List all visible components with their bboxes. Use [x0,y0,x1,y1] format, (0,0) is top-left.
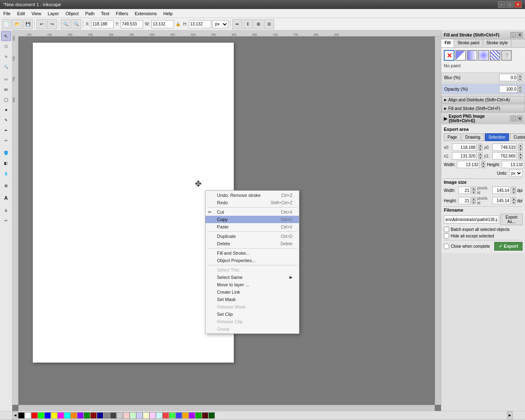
zoom-tool[interactable]: 🔍 [1,62,11,72]
pen-tool[interactable]: ✒ [1,126,11,135]
3d-box-tool[interactable]: 3D [1,84,11,94]
palette-color[interactable] [31,412,38,419]
unknown-button[interactable]: ? [501,50,512,61]
palette-color[interactable] [77,412,84,419]
img-height-down[interactable]: ▼ [472,201,476,204]
export-collapse[interactable]: _ [510,116,516,121]
y1-down[interactable]: ▼ [518,156,523,160]
circle-tool[interactable]: ◯ [1,95,11,105]
export-height-input[interactable] [502,161,524,168]
units-select[interactable]: px [212,20,228,28]
cm-undo[interactable]: Undo: Remove stroke Ctrl+Z [205,192,299,199]
img-dpi-width-down[interactable]: ▼ [512,190,516,194]
export-as-button[interactable]: Export As... [500,214,523,225]
export-button[interactable]: ✓ Export [494,242,523,251]
palette-color[interactable] [51,412,57,419]
palette-color[interactable] [103,412,110,419]
blur-up[interactable]: ▲ [518,74,522,78]
drawing-canvas[interactable] [33,43,234,363]
save-button[interactable]: 💾 [23,19,33,29]
img-width-down[interactable]: ▼ [472,190,476,194]
width-down[interactable]: ▼ [481,164,485,168]
distribute-button[interactable]: ⊟ [264,19,274,29]
gradient-tool[interactable]: ◧ [1,158,11,168]
redo-button[interactable]: ↪ [47,19,57,29]
fill-stroke-collapse[interactable]: _ [510,32,516,38]
y-input[interactable] [121,20,143,28]
palette-color[interactable] [84,412,90,419]
palette-color[interactable] [57,412,64,419]
palette-color[interactable] [116,412,123,419]
img-width-up[interactable]: ▲ [472,187,476,190]
close-when-checkbox[interactable] [444,244,449,249]
menu-item-edit[interactable]: Edit [14,9,28,18]
palette-color[interactable] [156,412,162,419]
blur-input[interactable] [499,74,518,81]
calligraphy-tool[interactable]: ✑ [1,136,11,146]
node-tool[interactable]: ⬡ [1,41,11,51]
bucket-tool[interactable]: 🪣 [1,148,11,158]
cm-create-link[interactable]: Create Link [205,288,299,296]
cm-delete[interactable]: Delete Delete [205,240,299,247]
transform-button[interactable]: ⊞ [253,19,263,29]
menu-item-help[interactable]: Help [160,9,176,18]
filename-input[interactable] [444,215,499,224]
tab-stroke-style[interactable]: Stroke style [483,39,511,47]
y0-down[interactable]: ▼ [518,147,523,151]
w-input[interactable] [151,20,174,28]
palette-color[interactable] [169,412,176,419]
palette-color[interactable] [130,412,136,419]
h-input[interactable] [189,20,211,28]
palette-right-scroll[interactable]: ▶ [507,411,513,420]
palette-color[interactable] [143,412,149,419]
flat-color-button[interactable] [455,50,466,61]
palette-color[interactable] [90,412,97,419]
batch-export-checkbox[interactable] [444,227,449,232]
x-input[interactable] [91,20,114,28]
eyedropper-tool[interactable]: 💧 [1,169,11,178]
export-close[interactable]: ✕ [517,116,523,121]
opacity-down[interactable]: ▼ [518,89,522,93]
y0-input[interactable] [492,144,517,151]
maximize-button[interactable]: □ [506,1,514,8]
img-width-input[interactable] [458,187,470,194]
pencil-tool[interactable]: ✎ [1,115,11,125]
opacity-input[interactable] [499,85,518,93]
connector-tool[interactable]: ⊞ [1,181,11,191]
palette-left-scroll[interactable]: ◀ [12,411,18,420]
cm-set-mask[interactable]: Set Mask [205,296,299,303]
y1-input[interactable] [492,152,517,160]
opacity-up[interactable]: ▲ [518,85,522,89]
menu-item-extensions[interactable]: Extensions [131,9,160,18]
undo-button[interactable]: ↩ [37,19,46,29]
y1-up[interactable]: ▲ [518,152,523,156]
menu-item-filters[interactable]: Filters [113,9,132,18]
cm-redo[interactable]: Redo Shift+Ctrl+Z [205,199,299,206]
palette-color[interactable] [110,412,116,419]
menu-item-object[interactable]: Object [62,9,82,18]
pattern-button[interactable] [490,50,500,61]
export-header[interactable]: ▶ Export PNG Image (Shift+Ctrl+E) _ ✕ [441,113,525,124]
cm-copy[interactable]: Copy Ctrl+C [205,216,299,223]
export-tab-drawing[interactable]: Drawing [461,133,484,141]
blur-down[interactable]: ▼ [518,78,522,81]
linear-gradient-button[interactable] [467,50,477,61]
cm-move-to-layer[interactable]: Move to layer ... [205,281,299,288]
export-tab-custom[interactable]: Custom [510,133,525,141]
palette-color[interactable] [195,412,202,419]
menu-item-view[interactable]: View [28,9,45,18]
x1-down[interactable]: ▼ [478,156,482,160]
img-dpi-height-down[interactable]: ▼ [512,201,516,204]
menu-item-file[interactable]: File [0,9,14,18]
palette-color[interactable] [189,412,195,419]
tab-stroke-paint[interactable]: Stroke paint [454,39,483,47]
menu-item-path[interactable]: Path [82,9,98,18]
img-dpi-width-input[interactable] [492,187,511,194]
width-up[interactable]: ▲ [481,161,485,164]
palette-color[interactable] [123,412,130,419]
close-button[interactable]: ✕ [514,1,522,8]
x0-up[interactable]: ▲ [478,144,482,147]
align-distribute-row[interactable]: ▶ Align and Distribute (Shift+Ctrl+A) [441,96,525,104]
rect-tool[interactable]: ▭ [1,74,11,84]
flip-v-button[interactable]: ⇕ [243,19,253,29]
